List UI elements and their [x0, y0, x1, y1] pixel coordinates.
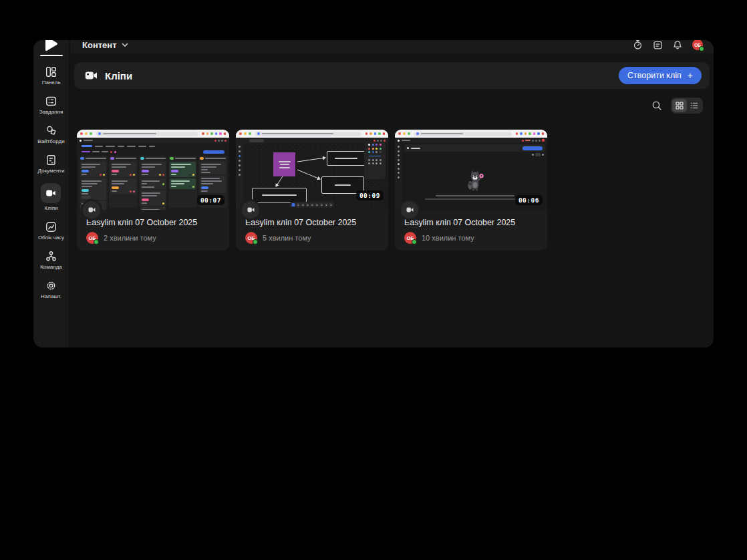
app-logo[interactable]	[33, 40, 69, 53]
sidebar-label: Вайтборди	[37, 138, 64, 144]
main-column: Контент	[70, 40, 714, 347]
online-status-dot	[253, 239, 258, 245]
clip-title: Easylim кліп 07 October 2025	[404, 218, 539, 227]
clip-thumbnail-whiteboard[interactable]: 00:09	[236, 130, 388, 210]
online-status-dot	[699, 46, 704, 51]
workspace-switcher[interactable]: Контент	[82, 40, 117, 50]
clip-title: Easylim кліп 07 October 2025	[245, 218, 380, 227]
play-logo-icon	[43, 40, 59, 53]
timer-icon[interactable]	[633, 40, 643, 50]
clip-type-badge	[81, 199, 102, 221]
list-toolbar	[70, 96, 714, 115]
sidebar-label: Кліпи	[45, 205, 58, 211]
sidebar-label: Панель	[42, 80, 61, 86]
grid-view-button[interactable]	[672, 99, 687, 112]
avatar: ОБ	[86, 232, 98, 244]
page-title: Кліпи	[105, 70, 132, 82]
avatar[interactable]: ОБ	[692, 40, 703, 50]
plus-icon: +	[688, 70, 693, 81]
video-clip-icon	[85, 70, 98, 81]
sidebar-nav: Панель Завдання	[37, 65, 64, 299]
bell-icon[interactable]	[673, 40, 682, 50]
sidebar-item-team[interactable]: Команда	[40, 250, 62, 270]
sidebar-item-whiteboards[interactable]: Вайтборди	[37, 124, 64, 144]
duration-badge: 00:06	[515, 195, 543, 205]
sidebar-item-dashboard[interactable]: Панель	[42, 65, 61, 86]
diagram-box	[252, 188, 307, 202]
clip-thumbnail-clips-page[interactable]: 00:06	[395, 130, 547, 210]
sidebar-label: Документи	[38, 168, 65, 174]
topbar: Контент	[70, 40, 714, 53]
clips-grid: 00:07 Easylim кліп 07 October 2025	[70, 130, 714, 251]
clip-card[interactable]: 00:06 Easylim кліп 07 October 2025	[395, 130, 547, 251]
tasks-icon	[45, 95, 57, 107]
sidebar-divider	[40, 55, 63, 56]
browser-chrome	[395, 130, 547, 138]
clip-card[interactable]: 00:07 Easylim кліп 07 October 2025	[77, 130, 229, 251]
app-window: Панель Завдання	[33, 40, 714, 347]
clip-time-ago: 5 хвилин тому	[263, 234, 311, 242]
page-header: Кліпи Створити кліп +	[74, 62, 710, 89]
topbar-actions: ОБ	[633, 40, 703, 50]
duration-badge: 00:09	[356, 190, 384, 200]
screen: Панель Завдання	[0, 0, 747, 560]
avatar: ОБ	[245, 232, 257, 244]
clip-time-ago: 2 хвилини тому	[104, 234, 156, 242]
avatar: ОБ	[404, 232, 416, 244]
sidebar-label: Завдання	[39, 109, 63, 115]
diagram-box	[327, 151, 365, 166]
create-clip-label: Створити кліп	[627, 71, 682, 80]
content-area: Кліпи Створити кліп +	[70, 53, 714, 347]
chevron-down-icon[interactable]	[122, 43, 128, 47]
active-item-background	[41, 183, 61, 203]
time-tracking-icon	[45, 221, 57, 233]
browser-chrome	[77, 130, 229, 138]
browser-chrome	[236, 130, 388, 138]
sidebar-label: Команда	[40, 264, 62, 270]
online-status-dot	[412, 239, 417, 245]
whiteboards-icon	[45, 124, 57, 136]
sidebar-item-time-tracking[interactable]: Облік часу	[38, 221, 64, 241]
clip-time-ago: 10 хвилин тому	[422, 234, 474, 242]
settings-icon	[45, 279, 57, 291]
sidebar-label: Облік часу	[38, 235, 64, 241]
clips-icon	[45, 188, 56, 198]
sticky-note	[273, 152, 295, 176]
notes-icon[interactable]	[653, 40, 663, 50]
clip-card[interactable]: 00:09 Easylim кліп 07 October 2025	[236, 130, 388, 251]
search-icon[interactable]	[651, 100, 662, 111]
duration-badge: 00:07	[197, 195, 225, 205]
clip-title: Easylim кліп 07 October 2025	[86, 218, 221, 227]
sidebar-item-documents[interactable]: Документи	[38, 154, 65, 174]
create-clip-button[interactable]: Створити кліп +	[619, 67, 702, 84]
clip-type-badge	[399, 199, 420, 221]
documents-icon	[45, 154, 57, 166]
team-icon	[45, 250, 57, 262]
list-view-button[interactable]	[687, 99, 702, 112]
clip-type-badge	[240, 199, 261, 221]
sidebar-item-tasks[interactable]: Завдання	[39, 95, 63, 115]
view-toggle	[671, 98, 703, 114]
sidebar-item-clips[interactable]: Кліпи	[41, 183, 61, 211]
raccoon-mascot	[465, 168, 485, 193]
sidebar: Панель Завдання	[33, 40, 70, 347]
dashboard-icon	[45, 65, 57, 78]
sidebar-item-settings[interactable]: Налашт.	[41, 279, 61, 299]
sidebar-label: Налашт.	[41, 293, 61, 299]
color-palette-panel	[364, 142, 386, 179]
whiteboard-toolbar	[290, 202, 335, 208]
online-status-dot	[94, 239, 99, 245]
clip-thumbnail-kanban[interactable]: 00:07	[77, 130, 229, 210]
